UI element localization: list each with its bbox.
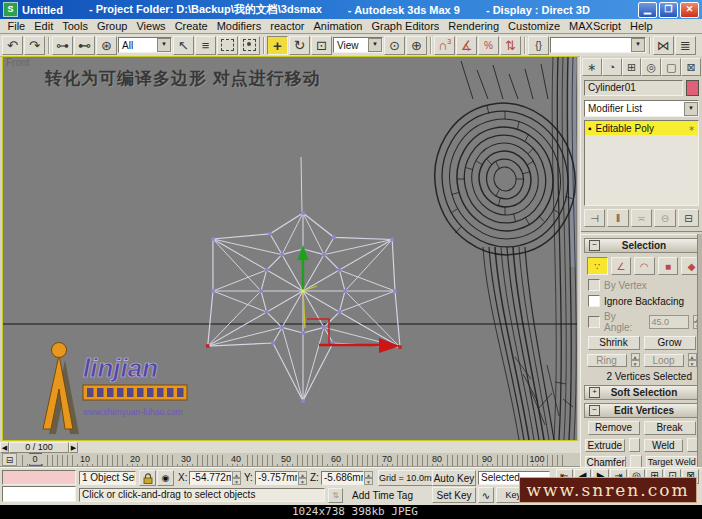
absolute-offset-toggle-icon[interactable]: ◉ (157, 470, 174, 486)
pin-stack-icon[interactable]: ⊣ (584, 209, 605, 227)
modifier-list-dropdown[interactable]: Modifier List ▼ (584, 100, 699, 117)
menu-help[interactable]: Help (626, 20, 658, 32)
y-spinner[interactable]: ▲▼ (298, 471, 307, 485)
menu-views[interactable]: Views (132, 20, 170, 32)
minimize-button[interactable]: ▁ (638, 2, 657, 18)
mini-curve-editor-icon[interactable]: ⊟ (2, 453, 17, 466)
window-crossing-icon[interactable] (239, 36, 260, 55)
x-coord-field[interactable]: -54.772mm (189, 471, 232, 485)
angle-snap-icon[interactable]: ∡ (456, 36, 477, 55)
align-icon[interactable]: ≣ (675, 36, 696, 55)
break-button[interactable]: Break (644, 421, 696, 435)
spinner-snap-icon[interactable]: ⇅ (500, 36, 521, 55)
time-slider[interactable]: 0 / 100 (9, 442, 69, 453)
stack-item-editable-poly[interactable]: ▪ Editable Poly ∗ (585, 121, 698, 135)
bind-to-space-warp-icon[interactable]: ⊛ (96, 36, 117, 55)
show-end-result-icon[interactable]: ‖ (607, 209, 628, 227)
weld-button[interactable]: Weld (644, 439, 684, 452)
key-filter-curve-icon[interactable]: ∿ (478, 487, 494, 503)
by-vertex-checkbox[interactable] (588, 279, 600, 291)
display-tab-icon[interactable]: ▢ (661, 58, 681, 76)
select-and-move-icon[interactable]: + (267, 36, 288, 55)
restore-button[interactable]: ❐ (659, 2, 678, 18)
selection-region-icon[interactable] (217, 36, 238, 55)
extrude-settings-icon[interactable] (629, 438, 640, 452)
auto-key-button[interactable]: Auto Key (432, 470, 476, 486)
by-angle-checkbox[interactable] (588, 316, 600, 328)
reference-coordsys-dropdown[interactable]: View ▼ (333, 37, 383, 53)
select-and-manipulate-icon[interactable]: ⊕ (406, 36, 427, 55)
select-and-scale-icon[interactable]: ⊡ (311, 36, 332, 55)
selection-lock-icon[interactable] (139, 470, 156, 486)
ring-spinner[interactable]: ▲▼ (631, 353, 640, 367)
viewport-label[interactable]: Front (6, 57, 29, 68)
undo-icon[interactable]: ↶ (2, 36, 23, 55)
object-name-field[interactable]: Cylinder01 (584, 80, 683, 96)
menu-create[interactable]: Create (170, 20, 212, 32)
unlink-selection-icon[interactable]: ⊷ (74, 36, 95, 55)
mirror-icon[interactable]: ⋈ (653, 36, 674, 55)
menu-reactor[interactable]: reactor (266, 20, 309, 32)
menu-rendering[interactable]: Rendering (444, 20, 504, 32)
border-mode-icon[interactable]: ◠ (634, 257, 655, 275)
menu-group[interactable]: Group (92, 20, 132, 32)
set-key-button[interactable]: Set Key (432, 487, 476, 503)
menu-customize[interactable]: Customize (504, 20, 565, 32)
time-step-forward-icon[interactable]: ▶ (69, 442, 78, 453)
angle-value-field[interactable]: 45.0 (649, 315, 690, 329)
shrink-button[interactable]: Shrink (588, 336, 640, 350)
select-by-name-icon[interactable]: ≡ (195, 36, 216, 55)
edit-named-sets-icon[interactable]: {} (528, 36, 549, 55)
z-spinner[interactable]: ▲▼ (364, 471, 373, 485)
selection-rollout-header[interactable]: − Selection (584, 238, 699, 253)
utilities-tab-icon[interactable]: ⊠ (681, 58, 701, 76)
create-tab-icon[interactable]: ∗ (582, 58, 602, 76)
y-coord-field[interactable]: -9.757mm (255, 471, 298, 485)
remove-button[interactable]: Remove (588, 421, 640, 435)
add-time-tag[interactable]: Add Time Tag (352, 490, 413, 502)
time-step-back-icon[interactable]: ◀ (0, 442, 9, 453)
menu-maxscript[interactable]: MAXScript (565, 20, 626, 32)
named-sets-dropdown[interactable]: ▼ (550, 37, 646, 53)
configure-modifier-sets-icon[interactable]: ⊟ (678, 209, 699, 227)
menu-tools[interactable]: Tools (58, 20, 93, 32)
ring-button[interactable]: Ring (587, 354, 627, 367)
remove-modifier-icon[interactable]: ⊖ (654, 209, 675, 227)
selection-filter-dropdown[interactable]: All ▼ (118, 37, 172, 53)
ignore-backfacing-checkbox[interactable] (588, 295, 600, 307)
loop-button[interactable]: Loop (644, 354, 684, 367)
grow-button[interactable]: Grow (644, 336, 696, 350)
z-coord-field[interactable]: -5.686mm (321, 471, 364, 485)
extrude-button[interactable]: Extrude (585, 439, 625, 452)
front-viewport[interactable]: Front 转化为可编译多边形 对点进行移动 linjian www.sheny… (2, 56, 578, 441)
menu-modifiers[interactable]: Modifiers (212, 20, 266, 32)
select-and-rotate-icon[interactable]: ↻ (289, 36, 310, 55)
pan-hand-icon[interactable]: ⇅ (328, 488, 343, 503)
vertex-mode-icon[interactable]: ∵ (587, 257, 608, 275)
select-and-link-icon[interactable]: ⊶ (52, 36, 73, 55)
menu-edit[interactable]: Edit (30, 20, 58, 32)
x-spinner[interactable]: ▲▼ (232, 471, 241, 485)
redo-icon[interactable]: ↷ (24, 36, 45, 55)
maxscript-mini-listener-pink[interactable] (2, 470, 76, 485)
use-pivot-center-icon[interactable]: ⊙ (384, 36, 405, 55)
make-unique-icon[interactable]: ≍ (631, 209, 652, 227)
hierarchy-tab-icon[interactable]: ⊞ (622, 58, 642, 76)
select-object-icon[interactable]: ↖ (173, 36, 194, 55)
loop-spinner[interactable]: ▲▼ (688, 353, 697, 367)
snaps-toggle-icon[interactable]: ∩3 (434, 36, 455, 55)
rollout-scrollbar[interactable] (697, 234, 702, 467)
object-color-swatch[interactable] (686, 80, 699, 96)
edit-vertices-rollout-header[interactable]: − Edit Vertices (584, 403, 699, 418)
close-button[interactable]: ✕ (680, 2, 699, 18)
menu-animation[interactable]: Animation (309, 20, 367, 32)
track-bar[interactable]: ⊟ 0 10 20 30 40 50 60 70 80 90 100 (0, 453, 580, 467)
motion-tab-icon[interactable]: ◎ (641, 58, 661, 76)
menu-graph-editors[interactable]: Graph Editors (367, 20, 444, 32)
edge-mode-icon[interactable]: ∠ (611, 257, 632, 275)
modify-tab-icon[interactable]: ◔ (602, 58, 622, 76)
percent-snap-icon[interactable]: % (478, 36, 499, 55)
maxscript-mini-listener-white[interactable] (2, 486, 76, 502)
soft-selection-rollout-header[interactable]: + Soft Selection (584, 385, 699, 400)
menu-file[interactable]: File (3, 20, 30, 32)
